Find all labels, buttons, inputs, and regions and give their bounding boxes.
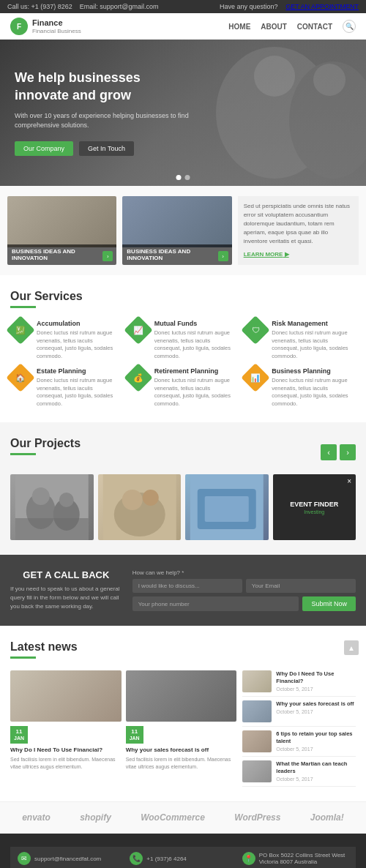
news-month-1: JAN bbox=[14, 736, 24, 741]
featured-label-2: BUSINESS IDEAS AND INNOVATION bbox=[122, 244, 231, 265]
service-risk-management: 🛡 Risk Management Donec luctus nisl rutr… bbox=[245, 320, 356, 360]
featured-text-card: Sed ut perspiciatis unde omnis iste natu… bbox=[238, 196, 359, 265]
hero-section: We help businesses innovate and grow Wit… bbox=[0, 40, 366, 186]
news-section: ▲ Latest news 11 JAN Why Do I Need To Us… bbox=[0, 626, 366, 801]
project-item-3[interactable] bbox=[185, 474, 269, 540]
service-estate-planning: 🏠 Estate Planning Donec luctus nisl rutr… bbox=[10, 367, 121, 408]
close-icon[interactable]: × bbox=[347, 477, 351, 485]
footer-phone-text: +1 (937)6 4264 bbox=[146, 856, 187, 862]
featured-card-2: BUSINESS IDEAS AND INNOVATION › bbox=[122, 196, 231, 265]
get-in-touch-button[interactable]: Get In Touch bbox=[79, 141, 134, 156]
submit-button[interactable]: Submit Now bbox=[302, 596, 356, 611]
projects-title: Our Projects bbox=[10, 437, 81, 450]
featured-arrow-1[interactable]: › bbox=[102, 251, 113, 261]
news-side-img-3 bbox=[242, 730, 272, 752]
projects-header: Our Projects ‹ › bbox=[10, 437, 356, 467]
project-event-card[interactable]: × EVENT FINDER Investing bbox=[273, 474, 356, 540]
hero-title: We help businesses innovate and grow bbox=[15, 70, 190, 104]
logo-icon: F bbox=[10, 18, 28, 35]
hero-content: We help businesses innovate and grow Wit… bbox=[0, 55, 205, 171]
featured-section: BUSINESS IDEAS AND INNOVATION › BUSINESS… bbox=[0, 186, 366, 275]
business-planning-icon: 📊 bbox=[242, 363, 271, 392]
news-grid: 11 JAN Why Do I Need To Use Financial? S… bbox=[10, 670, 356, 787]
news-left: 11 JAN Why Do I Need To Use Financial? S… bbox=[10, 670, 236, 787]
phone-input[interactable] bbox=[132, 596, 299, 611]
projects-section: Our Projects ‹ › bbox=[0, 422, 366, 555]
projects-prev-button[interactable]: ‹ bbox=[321, 444, 337, 460]
project-item-1[interactable] bbox=[10, 474, 94, 540]
svg-point-3 bbox=[313, 64, 346, 96]
nav-home[interactable]: HOME bbox=[228, 23, 250, 31]
logo-envato: envato bbox=[22, 812, 51, 823]
mutual-funds-icon: 📈 bbox=[124, 315, 153, 345]
svg-point-8 bbox=[59, 493, 74, 507]
event-label: EVENT FINDER bbox=[290, 501, 338, 508]
featured-label-1: BUSINESS IDEAS AND INNOVATION bbox=[7, 244, 116, 265]
service-desc-3: Donec luctus nisl rutrum augue venenatis… bbox=[37, 377, 121, 408]
top-bar: Call us: +1 (937) 8262 Email: support@gm… bbox=[0, 0, 366, 13]
callback-title: GET A CALL BACK bbox=[10, 569, 122, 580]
services-underline bbox=[10, 306, 36, 308]
news-side-4: What the Martian can teach leaders Octob… bbox=[242, 760, 356, 787]
hero-dot-1[interactable] bbox=[176, 175, 182, 180]
projects-next-button[interactable]: › bbox=[340, 444, 356, 460]
logo-joomla: Joomla! bbox=[310, 812, 344, 823]
discuss-input[interactable] bbox=[132, 579, 242, 593]
email-input[interactable] bbox=[246, 579, 356, 593]
event-sub: Investing bbox=[304, 509, 324, 515]
our-company-button[interactable]: Our Company bbox=[15, 141, 73, 156]
news-side-title-3: 6 tips to retain your top sales talent bbox=[276, 730, 356, 745]
news-day-1: 11 bbox=[14, 728, 24, 736]
nav-links: HOME ABOUT CONTACT 🔍 bbox=[228, 20, 356, 33]
accumulation-icon: 💹 bbox=[6, 315, 35, 345]
callback-row-1 bbox=[132, 579, 356, 593]
news-side-title-4: What the Martian can teach leaders bbox=[276, 760, 356, 775]
service-mutual-funds: 📈 Mutual Funds Donec luctus nisl rutrum … bbox=[128, 320, 239, 360]
project-item-2[interactable] bbox=[98, 474, 182, 540]
search-icon[interactable]: 🔍 bbox=[343, 20, 356, 33]
services-title: Our Services bbox=[10, 290, 356, 303]
projects-grid: × EVENT FINDER Investing bbox=[10, 474, 356, 540]
question-text: Have any question? bbox=[220, 3, 278, 10]
nav-about[interactable]: ABOUT bbox=[261, 23, 287, 31]
logo-shopify: shopify bbox=[80, 812, 111, 823]
featured-arrow-2[interactable]: › bbox=[218, 251, 228, 261]
callback-fields: Submit Now bbox=[132, 579, 356, 611]
projects-navigation: ‹ › bbox=[321, 444, 356, 460]
services-grid: 💹 Accumulation Donec luctus nisl rutrum … bbox=[10, 320, 356, 408]
svg-point-12 bbox=[122, 490, 142, 510]
footer-email-contact: ✉ support@financedfat.com bbox=[18, 852, 124, 865]
learn-more-link[interactable]: LEARN MORE bbox=[244, 250, 289, 259]
news-side-3: 6 tips to retain your top sales talent O… bbox=[242, 730, 356, 757]
news-month-2: JAN bbox=[130, 736, 140, 741]
news-scroll-button[interactable]: ▲ bbox=[344, 640, 359, 655]
callback-label: How can we help? * bbox=[132, 569, 356, 576]
logo-name: Finance bbox=[32, 18, 81, 28]
estate-icon: 🏠 bbox=[6, 363, 35, 392]
featured-card-1: BUSINESS IDEAS AND INNOVATION › bbox=[7, 196, 116, 265]
footer-contact-bar: ✉ support@financedfat.com 📞 +1 (937)6 42… bbox=[10, 847, 356, 868]
news-img-1 bbox=[10, 670, 122, 722]
services-section: Our Services 💹 Accumulation Donec luctus… bbox=[0, 275, 366, 422]
news-day-2: 11 bbox=[130, 728, 140, 736]
news-side-date-1: October 5, 2017 bbox=[276, 686, 356, 692]
footer-email-text: support@financedfat.com bbox=[34, 856, 101, 862]
service-desc-5: Donec luctus nisl rutrum augue venenatis… bbox=[272, 377, 356, 408]
footer: ✉ support@financedfat.com 📞 +1 (937)6 42… bbox=[0, 834, 366, 868]
callback-desc: If you need to speak to us about a gener… bbox=[10, 585, 122, 611]
news-title-1: Why Do I Need To Use Financial? bbox=[10, 747, 122, 754]
service-name-5: Business Planning bbox=[272, 367, 356, 375]
news-title-2: Why your sales forecast is off bbox=[126, 747, 237, 754]
nav-contact[interactable]: CONTACT bbox=[297, 23, 332, 31]
news-text-1: Sed facilisis lorem in elit bibendum. Ma… bbox=[10, 756, 122, 771]
hero-dot-2[interactable] bbox=[185, 175, 190, 180]
top-bar-right: Have any question? GET AN APPOINTMENT bbox=[220, 3, 359, 10]
service-name-3: Estate Planning bbox=[37, 367, 121, 375]
news-side-2: Why your sales forecast is off October 5… bbox=[242, 700, 356, 727]
news-side-title-2: Why your sales forecast is off bbox=[276, 700, 354, 708]
navbar: F Finance Financial Business HOME ABOUT … bbox=[0, 13, 366, 40]
service-name-4: Retirement Planning bbox=[154, 367, 239, 375]
news-right: Why Do I Need To Use Financial? October … bbox=[242, 670, 356, 787]
appointment-button[interactable]: GET AN APPOINTMENT bbox=[285, 3, 359, 10]
news-date-1: 11 JAN bbox=[10, 726, 28, 744]
